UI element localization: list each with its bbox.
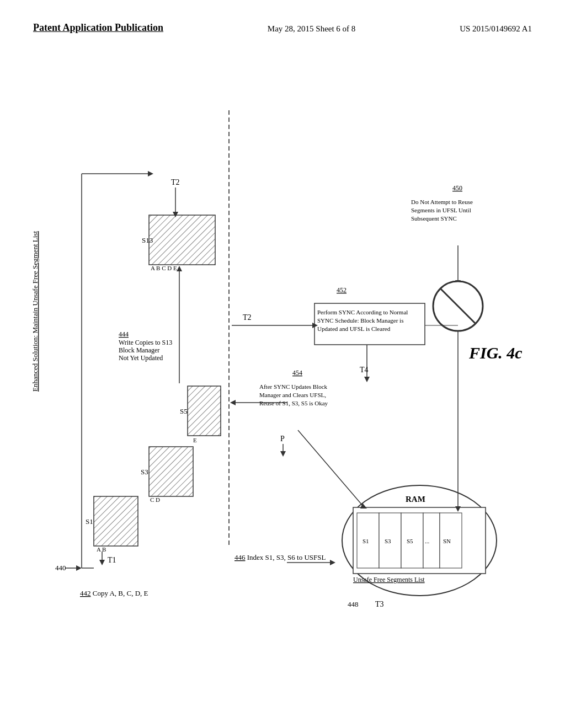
s3-label: S3 [141, 468, 148, 476]
write-444: 444 [119, 330, 129, 338]
ram-s3-text: S3 [385, 538, 391, 544]
t4-label: T4 [360, 366, 369, 374]
after-sync-left-head [230, 400, 236, 405]
write-label-3: Not Yet Updated [119, 354, 163, 362]
do-not-line3: Subsequent SYNC [411, 215, 457, 222]
page-header: Patent Application Publication May 28, 2… [0, 0, 565, 45]
write-label-1: Write Copies to S13 [119, 339, 172, 346]
t3-label: T3 [375, 600, 384, 608]
label-448: 448 [348, 600, 359, 608]
p-arrow-head [280, 451, 286, 457]
header-left: Patent Application Publication [33, 22, 163, 34]
header-right: US 2015/0149692 A1 [460, 24, 532, 34]
s5-col-labels: E [193, 437, 197, 443]
s1-label: S1 [86, 517, 93, 526]
ram-s1-text: S1 [363, 538, 369, 544]
unsafe-label: Unsafe Free Segments List [353, 576, 425, 584]
label-440: 440 [55, 564, 66, 572]
write-arrow-head [177, 266, 182, 271]
perform-to-after-head [364, 377, 370, 382]
ram-dots-text: ... [425, 538, 430, 544]
diagram-area: Enhanced Solution: Maintain Unsafe Free … [22, 88, 541, 695]
p-label: P [280, 435, 285, 443]
after-sync-num: 454 [292, 369, 302, 377]
write-label-2: Block Manager [119, 346, 159, 354]
s13-label: S13 [142, 236, 153, 244]
diagram-svg: Enhanced Solution: Maintain Unsafe Free … [22, 88, 541, 695]
perform-sync-line3: Updated and UFSL is Cleared [317, 325, 391, 332]
index-to-ram-arrow [330, 560, 335, 565]
copy-label: 442 Copy A, B, C, D, E [80, 589, 148, 597]
segment-s13 [149, 215, 215, 265]
segment-s5 [188, 386, 221, 436]
after-sync-line3: Reuse of S1, S3, S5 is Okay [259, 400, 328, 406]
t1-bottom-label: T1 [108, 556, 116, 564]
after-sync-to-ram-arrow [298, 430, 364, 507]
perform-sync-num: 452 [337, 286, 347, 294]
ram-label: RAM [406, 495, 425, 504]
perform-sync-line1: Perform SYNC According to Normal [317, 309, 408, 315]
after-sync-line1: After SYNC Updates Block [259, 383, 328, 390]
t2-label: T2 [171, 178, 180, 186]
440-top-arrowhead [148, 171, 153, 176]
after-sync-line2: Manager and Clears UFSL, [259, 392, 326, 398]
ram-s5-text: S5 [407, 538, 413, 544]
segment-s3 [149, 447, 193, 496]
header-center: May 28, 2015 Sheet 6 of 8 [268, 24, 356, 34]
s13-col-labels: A B C D E [151, 265, 177, 271]
perform-sync-line2: SYNC Schedule: Block Manager is [317, 317, 403, 324]
index-label: 446 Index S1, S3, S6 to USFSL [234, 553, 326, 561]
t2-arrow-label: T2 [243, 313, 252, 322]
fig-label: FIG. 4c [468, 344, 523, 362]
do-not-num: 450 [452, 184, 462, 192]
t1-arrowhead [99, 560, 105, 565]
440-arrowhead [76, 565, 82, 571]
rotated-label: Enhanced Solution: Maintain Unsafe Free … [31, 231, 39, 392]
s1-col-labels: A B [97, 546, 106, 553]
segment-s1 [94, 496, 138, 546]
ram-sn-text: SN [443, 538, 451, 544]
do-not-line2: Segments in UFSL Until [411, 207, 471, 213]
s5-label: S5 [180, 407, 188, 415]
s3-col-labels: C D [150, 496, 160, 503]
do-not-line1: Do Not Attempt to Reuse [411, 199, 473, 205]
